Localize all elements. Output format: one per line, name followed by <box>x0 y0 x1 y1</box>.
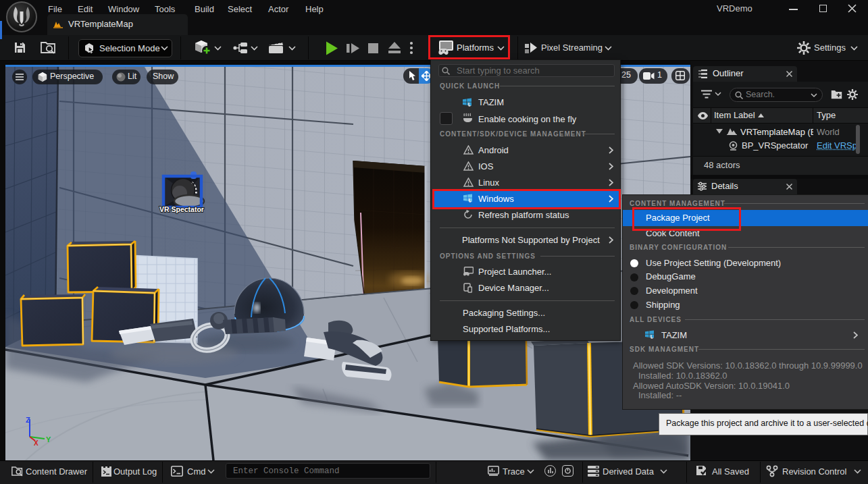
svg-text:Z: Z <box>26 416 30 424</box>
svg-text:Y: Y <box>46 435 51 443</box>
svg-text:X: X <box>34 439 39 447</box>
svg-text:VR Spectator: VR Spectator <box>159 205 204 213</box>
